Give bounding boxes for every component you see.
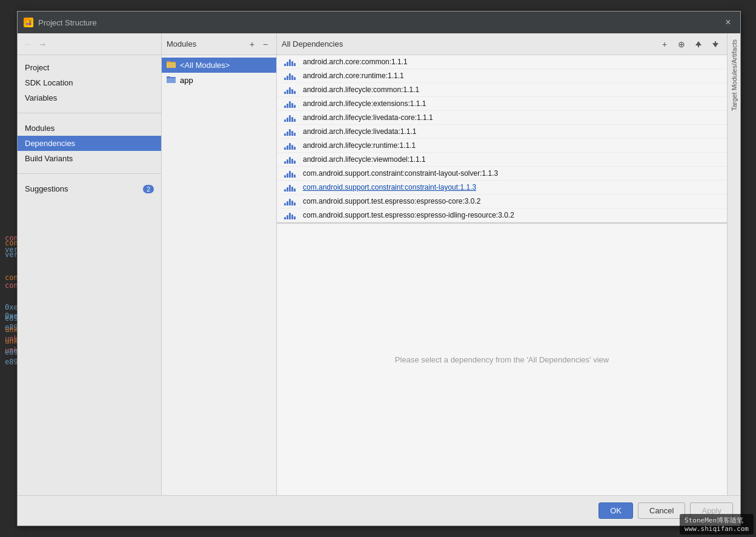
modules-add-button[interactable]: + xyxy=(246,38,258,50)
dep-name-2: android.arch.lifecycle:common:1.1.1 xyxy=(303,85,419,94)
module-app-icon xyxy=(167,75,176,85)
svg-rect-12 xyxy=(167,78,176,83)
svg-rect-2 xyxy=(29,21,31,22)
svg-rect-7 xyxy=(167,61,170,63)
dep-item-6[interactable]: android.arch.lifecycle:runtime:1.1.1 xyxy=(277,139,727,153)
dep-bars-icon-2 xyxy=(284,85,296,94)
nav-section-top: Project SDK Location Variables xyxy=(18,55,161,110)
dep-bars-icon-6 xyxy=(284,141,296,150)
dependencies-panel: All Dependencies + ⊕ xyxy=(277,33,727,495)
sidebar-item-sdk-location[interactable]: SDK Location xyxy=(18,75,161,90)
dep-bars-icon-1 xyxy=(284,72,296,80)
titlebar-left: Project Structure xyxy=(24,18,97,27)
dep-item-3[interactable]: android.arch.lifecycle:extensions:1.1.1 xyxy=(277,97,727,111)
nav-divider-2 xyxy=(18,173,161,174)
cancel-button[interactable]: Cancel xyxy=(638,502,685,519)
watermark: StoneMen博客随笔 www.shiqifan.com xyxy=(680,514,754,535)
right-sidebar-label[interactable]: Target Modules/Artifacts xyxy=(731,39,738,111)
deps-list: android.arch.core:common:1.1.1 android.a… xyxy=(277,55,727,224)
dep-name-6: android.arch.lifecycle:runtime:1.1.1 xyxy=(303,141,416,150)
dep-item-4[interactable]: android.arch.lifecycle:livedata-core:1.1… xyxy=(277,111,727,125)
dep-name-1: android.arch.core:runtime:1.1.1 xyxy=(303,72,404,80)
deps-add-button[interactable]: + xyxy=(658,38,671,51)
dep-bars-icon-3 xyxy=(284,99,296,108)
sidebar-item-build-variants[interactable]: Build Variants xyxy=(18,151,161,166)
sidebar-item-suggestions[interactable]: Suggestions 2 xyxy=(18,181,161,196)
svg-rect-15 xyxy=(698,45,699,47)
dialog-title: Project Structure xyxy=(38,18,97,27)
dep-item-9[interactable]: com.android.support.constraint:constrain… xyxy=(277,181,727,195)
deps-detail-area: Please select a dependency from the 'All… xyxy=(277,224,727,495)
deps-title: All Dependencies xyxy=(282,39,654,48)
deps-content: android.arch.core:common:1.1.1 android.a… xyxy=(277,55,727,495)
dialog-icon xyxy=(24,18,33,27)
dep-name-8: com.android.support.constraint:constrain… xyxy=(303,169,498,178)
dep-name-7: android.arch.lifecycle:viewmodel:1.1.1 xyxy=(303,155,426,164)
nav-section-bottom: Suggestions 2 xyxy=(18,176,161,201)
ok-button[interactable]: OK xyxy=(598,502,633,519)
dep-name-0: android.arch.core:common:1.1.1 xyxy=(303,58,408,66)
dep-name-11: com.android.support.test.espresso:espres… xyxy=(303,211,514,219)
svg-rect-8 xyxy=(168,64,174,65)
modules-header: Modules + − xyxy=(162,33,276,55)
dep-item-7[interactable]: android.arch.lifecycle:viewmodel:1.1.1 xyxy=(277,153,727,167)
modules-panel: Modules + − xyxy=(162,33,277,495)
dep-name-5: android.arch.lifecycle:livedata:1.1.1 xyxy=(303,127,416,136)
dep-bars-icon-7 xyxy=(284,155,296,164)
dep-bars-icon-4 xyxy=(284,113,296,122)
dep-item-2[interactable]: android.arch.lifecycle:common:1.1.1 xyxy=(277,83,727,97)
nav-top-bar: ← → xyxy=(18,33,161,55)
dep-item-5[interactable]: android.arch.lifecycle:livedata:1.1.1 xyxy=(277,125,727,139)
module-all-label: <All Modules> xyxy=(180,61,230,70)
dep-item-0[interactable]: android.arch.core:common:1.1.1 xyxy=(277,55,727,69)
svg-rect-3 xyxy=(27,23,28,25)
dep-bars-icon-11 xyxy=(284,211,296,219)
deps-header: All Dependencies + ⊕ xyxy=(277,33,727,55)
watermark-line1: StoneMen博客随笔 xyxy=(685,516,749,525)
dep-bars-icon-10 xyxy=(284,197,296,205)
sidebar-item-modules[interactable]: Modules xyxy=(18,121,161,136)
modules-toolbar: + − xyxy=(246,38,271,50)
modules-list: <All Modules> app xyxy=(162,55,276,495)
module-item-app[interactable]: app xyxy=(162,73,276,88)
module-item-all[interactable]: <All Modules> xyxy=(162,58,276,73)
dep-bars-icon-0 xyxy=(284,58,296,66)
project-structure-dialog: Project Structure × ← → Project SDK Loca… xyxy=(17,11,741,526)
dep-item-10[interactable]: com.android.support.test.espresso:espres… xyxy=(277,195,727,208)
sidebar-item-variables[interactable]: Variables xyxy=(18,90,161,105)
watermark-line2: www.shiqifan.com xyxy=(685,525,749,533)
close-button[interactable]: × xyxy=(722,16,734,28)
suggestions-badge: 2 xyxy=(143,185,154,193)
nav-section-mid: Modules Dependencies Build Variants xyxy=(18,116,161,171)
dep-bars-icon-5 xyxy=(284,127,296,136)
deps-down-button[interactable] xyxy=(709,38,722,51)
svg-rect-1 xyxy=(27,21,28,22)
modules-title: Modules xyxy=(167,39,196,48)
dep-item-8[interactable]: com.android.support.constraint:constrain… xyxy=(277,167,727,181)
dep-item-11[interactable]: com.android.support.test.espresso:espres… xyxy=(277,208,727,222)
svg-rect-9 xyxy=(168,65,174,66)
svg-rect-4 xyxy=(29,23,31,25)
forward-button[interactable]: → xyxy=(37,39,48,50)
dep-name-3: android.arch.lifecycle:extensions:1.1.1 xyxy=(303,99,426,108)
modules-remove-button[interactable]: − xyxy=(259,38,271,50)
sidebar-item-project[interactable]: Project xyxy=(18,60,161,75)
dialog-body: ← → Project SDK Location Variables Modul… xyxy=(18,33,740,495)
svg-rect-13 xyxy=(167,76,170,78)
nav-divider xyxy=(18,113,161,113)
dep-bars-icon-9 xyxy=(284,183,296,192)
dep-name-9: com.android.support.constraint:constrain… xyxy=(303,183,476,192)
sidebar-item-dependencies[interactable]: Dependencies xyxy=(18,136,161,151)
dep-name-4: android.arch.lifecycle:livedata-core:1.1… xyxy=(303,113,433,122)
svg-marker-14 xyxy=(695,41,701,45)
deps-globe-button[interactable]: ⊕ xyxy=(675,38,688,51)
dep-name-10: com.android.support.test.espresso:espres… xyxy=(303,197,480,205)
dialog-footer: OK Cancel Apply xyxy=(18,495,740,525)
dep-item-1[interactable]: android.arch.core:runtime:1.1.1 xyxy=(277,69,727,83)
svg-marker-17 xyxy=(712,43,718,47)
deps-up-button[interactable] xyxy=(692,38,705,51)
dep-bars-icon-8 xyxy=(284,169,296,178)
back-button[interactable]: ← xyxy=(22,39,33,50)
left-nav: ← → Project SDK Location Variables Modul… xyxy=(18,33,162,495)
dialog-titlebar: Project Structure × xyxy=(18,12,740,33)
